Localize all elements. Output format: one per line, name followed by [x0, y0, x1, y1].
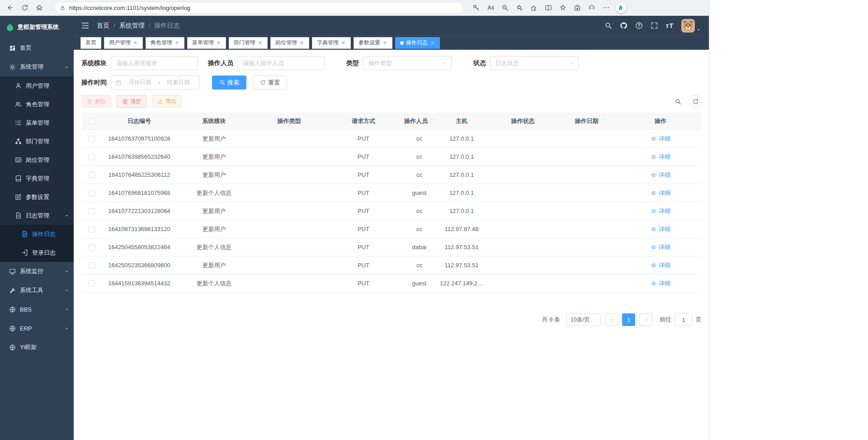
- sidebar-item-system-tools[interactable]: 系统工具: [0, 281, 74, 300]
- profile-button[interactable]: [585, 1, 599, 14]
- tab-oper-log[interactable]: 操作日志: [395, 37, 440, 49]
- detail-link[interactable]: 详细: [651, 189, 670, 197]
- cell-operator: cc: [401, 208, 438, 214]
- sidebar-item-dict-mgmt[interactable]: 字典管理: [0, 169, 74, 188]
- row-checkbox[interactable]: [89, 226, 95, 232]
- page-size-select[interactable]: 10条/页: [566, 313, 601, 326]
- search-icon[interactable]: [604, 22, 612, 29]
- row-checkbox[interactable]: [89, 208, 95, 214]
- export-button[interactable]: 导出: [152, 95, 182, 108]
- read-aloud-button[interactable]: [483, 1, 498, 14]
- tab-dict-mgmt[interactable]: 字典管理: [312, 37, 351, 49]
- cell-method: PUT: [326, 208, 401, 214]
- delete-button[interactable]: 删除: [81, 95, 111, 108]
- bing-chat-button[interactable]: b: [613, 1, 628, 14]
- close-icon[interactable]: [430, 40, 435, 45]
- close-icon[interactable]: [382, 40, 387, 45]
- close-icon[interactable]: [258, 40, 263, 45]
- browser-home-button[interactable]: [33, 1, 46, 14]
- breadcrumb-home[interactable]: 首页: [97, 22, 109, 30]
- collections-button[interactable]: [570, 1, 585, 14]
- tab-param-settings[interactable]: 参数设置: [354, 37, 392, 49]
- close-icon[interactable]: [299, 40, 304, 45]
- help-icon[interactable]: [635, 22, 643, 29]
- detail-link[interactable]: 详细: [651, 135, 670, 143]
- page-1-button[interactable]: 1: [622, 313, 635, 326]
- clear-button[interactable]: 清空: [117, 95, 146, 108]
- sidebar-item-login-log[interactable]: 登录日志: [0, 243, 74, 262]
- refresh-table-button[interactable]: [689, 95, 702, 108]
- sidebar-item-bbs[interactable]: BBS: [0, 300, 74, 319]
- sort-icons[interactable]: [430, 118, 434, 124]
- type-select[interactable]: 操作类型: [363, 56, 452, 70]
- extensions-button[interactable]: [527, 1, 541, 14]
- row-checkbox[interactable]: [89, 172, 95, 178]
- password-button[interactable]: [469, 1, 483, 14]
- row-checkbox[interactable]: [89, 280, 95, 287]
- favorites-button[interactable]: [556, 1, 570, 14]
- github-icon[interactable]: [620, 22, 627, 29]
- row-checkbox[interactable]: [89, 190, 95, 196]
- sidebar-item-role-mgmt[interactable]: 角色管理: [0, 95, 74, 114]
- address-bar[interactable]: https://ccnetcore.com:1101/system/log/op…: [54, 2, 463, 14]
- sidebar-item-system-monitor[interactable]: 系统监控: [0, 262, 74, 281]
- sidebar-item-erp[interactable]: ERP: [0, 319, 74, 338]
- sidebar-item-oper-log[interactable]: 操作日志: [0, 225, 74, 243]
- close-icon[interactable]: [133, 40, 138, 45]
- detail-link[interactable]: 详细: [651, 225, 670, 233]
- sort-icons[interactable]: [601, 118, 605, 124]
- close-icon[interactable]: [216, 40, 221, 45]
- operator-input[interactable]: [237, 56, 325, 70]
- sidebar-item-dept-mgmt[interactable]: 部门管理: [0, 132, 74, 151]
- fullscreen-icon[interactable]: [651, 22, 658, 29]
- split-screen-button[interactable]: [541, 1, 556, 14]
- tab-menu-mgmt[interactable]: 菜单管理: [187, 37, 226, 49]
- sidebar-collapse-icon[interactable]: [81, 21, 90, 30]
- browser-menu-button[interactable]: [599, 1, 613, 14]
- detail-link[interactable]: 详细: [651, 243, 670, 251]
- user-menu[interactable]: [681, 19, 701, 33]
- sidebar-item-system-mgmt[interactable]: 系统管理: [0, 57, 74, 76]
- tab-home[interactable]: 首页: [80, 37, 101, 49]
- sidebar-item-log-mgmt[interactable]: 日志管理: [0, 206, 74, 225]
- add-favorite-button[interactable]: [512, 1, 527, 14]
- breadcrumb-system-mgmt[interactable]: 系统管理: [119, 22, 145, 30]
- browser-back-button[interactable]: [4, 1, 17, 14]
- close-icon[interactable]: [341, 40, 346, 45]
- goto-page-input[interactable]: [675, 313, 692, 326]
- column-operator-sortable[interactable]: 操作人员: [401, 117, 438, 125]
- select-all-checkbox[interactable]: [89, 118, 95, 124]
- show-search-button[interactable]: [671, 95, 684, 108]
- row-checkbox[interactable]: [89, 154, 95, 160]
- sidebar-item-post-mgmt[interactable]: 岗位管理: [0, 151, 74, 169]
- row-checkbox[interactable]: [89, 136, 95, 142]
- detail-link[interactable]: 详细: [651, 261, 670, 270]
- close-icon[interactable]: [175, 40, 179, 45]
- browser-refresh-button[interactable]: [18, 1, 32, 14]
- sidebar-item-menu-mgmt[interactable]: 菜单管理: [0, 114, 74, 132]
- tab-role-mgmt[interactable]: 角色管理: [146, 37, 184, 49]
- module-input[interactable]: [111, 56, 198, 70]
- tab-dept-mgmt[interactable]: 部门管理: [229, 37, 268, 49]
- tab-post-mgmt[interactable]: 岗位管理: [270, 37, 309, 49]
- search-button[interactable]: 搜索: [212, 76, 246, 90]
- detail-link[interactable]: 详细: [651, 279, 670, 288]
- sidebar-item-home[interactable]: 首页: [0, 38, 74, 57]
- column-date-sortable[interactable]: 操作日期: [561, 117, 619, 125]
- sidebar-item-param-settings[interactable]: 参数设置: [0, 188, 74, 206]
- sidebar-item-yi-framework[interactable]: Yi框架: [0, 338, 74, 357]
- status-select[interactable]: 日志状态: [490, 56, 579, 70]
- row-checkbox[interactable]: [89, 244, 95, 251]
- row-checkbox[interactable]: [89, 262, 95, 269]
- detail-link[interactable]: 详细: [651, 153, 670, 161]
- date-range-picker[interactable]: 开始日期 - 结束日期: [111, 76, 199, 90]
- tab-user-mgmt[interactable]: 用户管理: [104, 37, 143, 49]
- detail-link[interactable]: 详细: [651, 207, 670, 215]
- prev-page-button[interactable]: [605, 313, 618, 326]
- font-size-icon[interactable]: тT: [666, 22, 674, 29]
- detail-link[interactable]: 详细: [651, 171, 670, 179]
- reset-button[interactable]: 重置: [253, 76, 287, 90]
- next-page-button[interactable]: [639, 313, 652, 326]
- sidebar-item-user-mgmt[interactable]: 用户管理: [0, 76, 74, 95]
- zoom-button[interactable]: [498, 1, 512, 14]
